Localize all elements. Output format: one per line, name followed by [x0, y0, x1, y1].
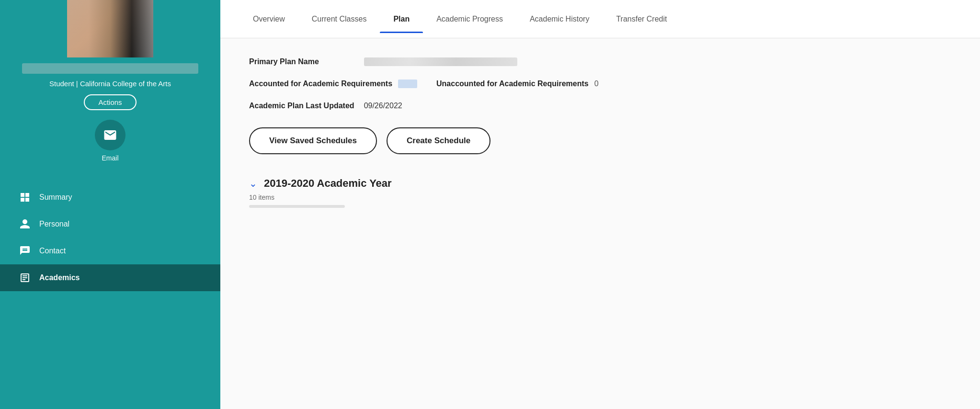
unaccounted-label: Unaccounted for Academic Requirements: [436, 80, 589, 88]
avatar-area: Student | California College of the Arts…: [0, 0, 220, 184]
plan-content: Primary Plan Name Accounted for Academic…: [220, 38, 980, 409]
schedule-buttons: View Saved Schedules Create Schedule: [249, 127, 951, 154]
unaccounted-value: 0: [594, 80, 599, 88]
contact-icon: [19, 245, 31, 257]
items-bar: [249, 205, 345, 208]
summary-icon: [19, 192, 31, 203]
personal-icon: [19, 218, 31, 230]
tab-current-classes[interactable]: Current Classes: [298, 5, 380, 33]
chevron-down-icon: ⌄: [249, 178, 257, 189]
items-count: 10 items: [249, 193, 951, 201]
last-updated-label: Academic Plan Last Updated: [249, 102, 354, 110]
requirements-row: Accounted for Academic Requirements Unac…: [249, 80, 951, 88]
email-label: Email: [102, 154, 118, 162]
sidebar-item-label-academics: Academics: [39, 273, 80, 282]
name-bar-blur: [22, 63, 198, 74]
actions-button[interactable]: Actions: [84, 94, 136, 110]
accounted-label: Accounted for Academic Requirements: [249, 80, 392, 88]
email-button[interactable]: [95, 120, 125, 150]
tabs-bar: Overview Current Classes Plan Academic P…: [220, 0, 980, 38]
nav-items: Summary Personal Contact Academics: [0, 184, 220, 291]
sidebar-item-contact[interactable]: Contact: [0, 238, 220, 264]
tab-overview[interactable]: Overview: [239, 5, 298, 33]
unaccounted-group: Unaccounted for Academic Requirements 0: [436, 80, 599, 88]
tab-academic-history[interactable]: Academic History: [516, 5, 603, 33]
email-icon: [103, 128, 117, 142]
last-updated-row: Academic Plan Last Updated 09/26/2022: [249, 102, 951, 110]
academic-year-section: ⌄ 2019-2020 Academic Year 10 items: [249, 177, 951, 208]
main-panel: Overview Current Classes Plan Academic P…: [220, 0, 980, 409]
view-saved-schedules-button[interactable]: View Saved Schedules: [249, 127, 377, 154]
primary-plan-label: Primary Plan Name: [249, 57, 354, 66]
last-updated-value: 09/26/2022: [364, 102, 402, 110]
sidebar-item-label-summary: Summary: [39, 193, 72, 202]
academic-year-title: 2019-2020 Academic Year: [264, 177, 392, 190]
create-schedule-button[interactable]: Create Schedule: [387, 127, 490, 154]
sidebar-item-label-contact: Contact: [39, 247, 66, 255]
sidebar-item-personal[interactable]: Personal: [0, 211, 220, 238]
primary-plan-value-blur: [364, 57, 517, 66]
sidebar-item-label-personal: Personal: [39, 220, 69, 228]
sidebar-item-academics[interactable]: Academics: [0, 264, 220, 291]
academics-icon: [19, 272, 31, 284]
accounted-value-blur: [398, 80, 417, 88]
tab-transfer-credit[interactable]: Transfer Credit: [603, 5, 680, 33]
accounted-group: Accounted for Academic Requirements: [249, 80, 417, 88]
tab-plan[interactable]: Plan: [380, 5, 423, 33]
sidebar-item-summary[interactable]: Summary: [0, 184, 220, 211]
sidebar: Student | California College of the Arts…: [0, 0, 220, 409]
tab-academic-progress[interactable]: Academic Progress: [423, 5, 516, 33]
student-label: Student | California College of the Arts: [40, 80, 181, 88]
academic-year-header[interactable]: ⌄ 2019-2020 Academic Year: [249, 177, 951, 190]
avatar: [67, 0, 153, 57]
primary-plan-row: Primary Plan Name: [249, 57, 951, 66]
